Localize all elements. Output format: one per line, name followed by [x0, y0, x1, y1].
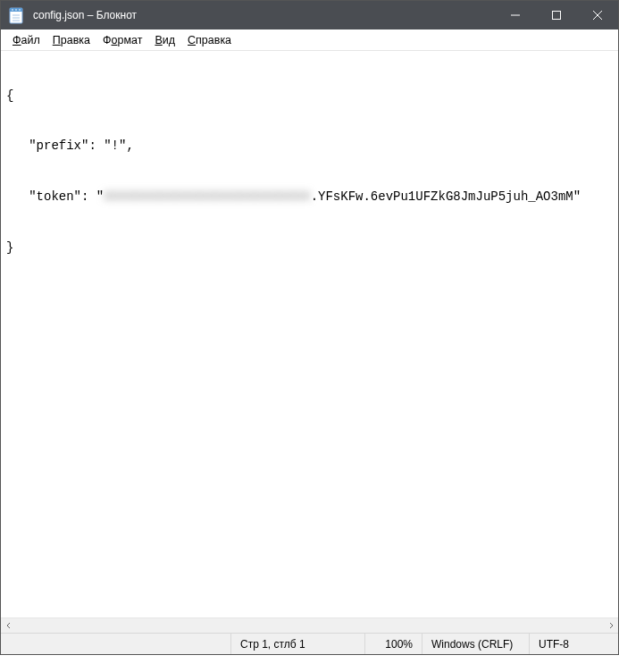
code-line: }: [6, 239, 613, 256]
svg-point-2: [12, 9, 13, 11]
maximize-icon: [552, 11, 561, 20]
close-icon: [593, 11, 602, 20]
minimize-button[interactable]: [495, 1, 536, 29]
window-title: config.json – Блокнот: [31, 9, 495, 21]
code-line: {: [6, 88, 613, 105]
code-line: "token": "XXXXXXXXXXXXXXXXXXXXXXXXXX.YFs…: [6, 189, 613, 206]
status-cursor-position: Стр 1, стлб 1: [230, 634, 364, 654]
maximize-button[interactable]: [536, 1, 577, 29]
menubar: Файл Правка Формат Вид Справка: [1, 29, 618, 51]
editor-area: { "prefix": "!", "token": "XXXXXXXXXXXXX…: [1, 51, 618, 633]
scroll-right-icon[interactable]: [603, 618, 618, 634]
status-encoding: UTF-8: [529, 634, 618, 654]
status-spacer: [1, 634, 230, 654]
menu-help[interactable]: Справка: [181, 32, 238, 48]
status-zoom: 100%: [364, 634, 422, 654]
notepad-window: config.json – Блокнот Файл Правка Формат…: [0, 0, 619, 655]
menu-view[interactable]: Вид: [148, 32, 181, 48]
svg-point-4: [19, 9, 21, 11]
notepad-icon: [9, 6, 23, 24]
text-editor[interactable]: { "prefix": "!", "token": "XXXXXXXXXXXXX…: [1, 51, 618, 617]
redacted-token: XXXXXXXXXXXXXXXXXXXXXXXXXX: [104, 189, 310, 206]
scroll-left-icon[interactable]: [1, 618, 16, 634]
statusbar: Стр 1, стлб 1 100% Windows (CRLF) UTF-8: [1, 633, 618, 654]
menu-file[interactable]: Файл: [6, 32, 46, 48]
status-line-ending: Windows (CRLF): [422, 634, 529, 654]
scrollbar-track[interactable]: [16, 618, 603, 633]
menu-format[interactable]: Формат: [96, 32, 148, 48]
app-icon: [1, 6, 31, 24]
code-line: "prefix": "!",: [6, 138, 613, 155]
menu-edit[interactable]: Правка: [46, 32, 96, 48]
minimize-icon: [511, 11, 520, 20]
horizontal-scrollbar[interactable]: [1, 617, 618, 633]
titlebar[interactable]: config.json – Блокнот: [1, 1, 618, 29]
close-button[interactable]: [577, 1, 618, 29]
svg-point-3: [15, 9, 17, 11]
svg-rect-9: [553, 12, 561, 20]
window-controls: [495, 1, 618, 29]
